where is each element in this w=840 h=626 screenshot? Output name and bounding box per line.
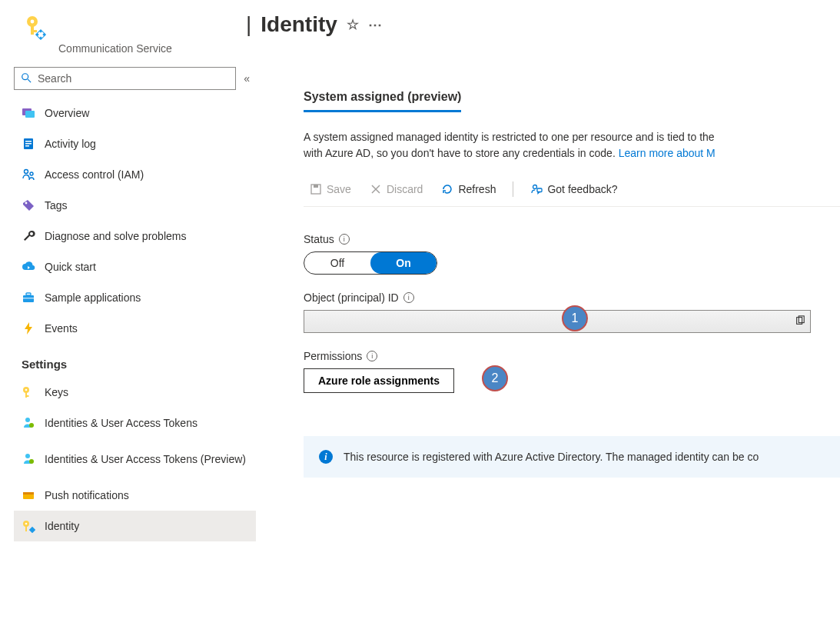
- description-text: A system assigned managed identity is re…: [304, 129, 840, 161]
- sidebar-item-diagnose[interactable]: Diagnose and solve problems: [14, 221, 256, 251]
- svg-point-25: [25, 418, 30, 422]
- sidebar-item-activity-log[interactable]: Activity log: [14, 128, 256, 159]
- svg-point-39: [533, 185, 537, 189]
- lightning-icon: [22, 321, 35, 335]
- status-field: Status i Off On: [304, 233, 840, 275]
- overview-icon: [22, 106, 35, 120]
- page-header: Communication Service | Identity ☆ ⋯: [0, 0, 840, 61]
- tag-icon: [22, 198, 35, 212]
- permissions-label: Permissions: [304, 350, 362, 362]
- sidebar-item-sample-apps[interactable]: Sample applications: [14, 282, 256, 313]
- toolbar: Save Discard Refresh Got feedback?: [304, 177, 840, 207]
- permissions-field: Permissions i Azure role assignments 2: [304, 350, 840, 393]
- briefcase-icon: [22, 291, 35, 305]
- push-icon: [22, 488, 35, 502]
- sidebar-item-iam[interactable]: Access control (IAM): [14, 159, 256, 190]
- sidebar-item-events[interactable]: Events: [14, 313, 256, 344]
- svg-rect-3: [34, 30, 37, 32]
- sidebar-item-tags[interactable]: Tags: [14, 190, 256, 221]
- status-info-icon[interactable]: i: [339, 234, 350, 245]
- wrench-icon: [22, 229, 35, 243]
- feedback-button[interactable]: Got feedback?: [524, 181, 623, 197]
- object-id-info-icon[interactable]: i: [403, 292, 414, 303]
- copy-icon[interactable]: [795, 315, 805, 328]
- azure-role-assignments-button[interactable]: Azure role assignments: [304, 368, 454, 393]
- key-icon: [22, 385, 35, 399]
- banner-text: This resource is registered with Azure A…: [344, 451, 759, 463]
- collapse-sidebar-icon[interactable]: «: [244, 72, 250, 85]
- search-icon: [21, 72, 32, 85]
- svg-point-32: [25, 523, 28, 525]
- svg-rect-20: [23, 298, 34, 298]
- svg-rect-19: [26, 293, 31, 295]
- learn-more-link[interactable]: Learn more about M: [619, 147, 715, 159]
- info-banner: i This resource is registered with Azure…: [304, 436, 840, 478]
- sidebar: « Overview Activity log Access control (…: [0, 61, 257, 626]
- user-token-icon: [22, 416, 35, 430]
- service-label: Communication Service: [22, 42, 252, 55]
- tab-system-assigned[interactable]: System assigned (preview): [304, 90, 461, 112]
- info-icon: i: [319, 450, 333, 464]
- sidebar-item-identity[interactable]: Identity: [14, 511, 256, 541]
- discard-button: Discard: [364, 181, 429, 197]
- svg-point-28: [29, 459, 34, 464]
- search-input[interactable]: [38, 72, 229, 85]
- iam-icon: [22, 168, 35, 181]
- user-token-preview-icon: [22, 452, 35, 466]
- svg-point-16: [30, 172, 33, 175]
- object-id-label: Object (principal) ID: [304, 291, 399, 304]
- discard-icon: [370, 183, 382, 195]
- save-icon: [310, 183, 322, 195]
- svg-rect-18: [23, 295, 34, 302]
- svg-rect-40: [537, 188, 542, 192]
- cloud-icon: [22, 260, 35, 274]
- refresh-icon: [441, 183, 453, 195]
- identity-key-icon: [22, 519, 35, 533]
- sidebar-item-keys[interactable]: Keys: [14, 377, 256, 408]
- feedback-icon: [530, 183, 543, 195]
- main-content: System assigned (preview) A system assig…: [257, 61, 840, 626]
- favorite-star-icon[interactable]: ☆: [347, 16, 359, 33]
- sidebar-item-quickstart[interactable]: Quick start: [14, 251, 256, 282]
- svg-point-15: [25, 170, 28, 174]
- svg-point-7: [22, 73, 28, 79]
- sidebar-section-settings: Settings: [14, 344, 256, 377]
- object-id-field: Object (principal) ID i 1: [304, 291, 840, 333]
- svg-rect-24: [27, 395, 29, 397]
- service-key-icon: [22, 12, 49, 42]
- status-label: Status: [304, 233, 334, 245]
- svg-rect-14: [25, 145, 29, 147]
- sidebar-item-push[interactable]: Push notifications: [14, 480, 256, 511]
- refresh-button[interactable]: Refresh: [435, 181, 502, 197]
- svg-point-26: [29, 423, 34, 428]
- svg-point-17: [25, 202, 28, 205]
- svg-rect-33: [25, 526, 27, 531]
- page-title: | Identity ☆ ⋯: [246, 12, 382, 37]
- sidebar-search[interactable]: [14, 67, 236, 90]
- svg-point-1: [31, 20, 35, 24]
- callout-2: 2: [482, 365, 508, 391]
- svg-rect-36: [314, 185, 318, 188]
- object-id-box: [304, 310, 811, 333]
- more-menu-icon[interactable]: ⋯: [368, 16, 382, 33]
- svg-rect-34: [29, 527, 35, 533]
- svg-rect-23: [25, 392, 27, 398]
- log-icon: [22, 137, 35, 151]
- sidebar-item-overview[interactable]: Overview: [14, 98, 256, 128]
- sidebar-item-tokens-preview[interactable]: Identities & User Access Tokens (Preview…: [14, 438, 256, 480]
- permissions-info-icon[interactable]: i: [367, 351, 377, 361]
- svg-rect-10: [25, 111, 35, 118]
- status-toggle[interactable]: Off On: [304, 251, 437, 275]
- svg-line-8: [28, 79, 31, 82]
- toggle-off[interactable]: Off: [304, 252, 370, 274]
- svg-rect-2: [31, 25, 34, 35]
- toggle-on[interactable]: On: [370, 252, 437, 274]
- svg-rect-13: [25, 143, 32, 145]
- svg-point-27: [25, 454, 30, 458]
- page-title-text: Identity: [261, 12, 337, 37]
- svg-point-22: [25, 389, 28, 391]
- svg-rect-12: [25, 141, 32, 142]
- svg-rect-30: [23, 492, 34, 494]
- save-button: Save: [304, 181, 357, 197]
- sidebar-item-tokens[interactable]: Identities & User Access Tokens: [14, 408, 256, 438]
